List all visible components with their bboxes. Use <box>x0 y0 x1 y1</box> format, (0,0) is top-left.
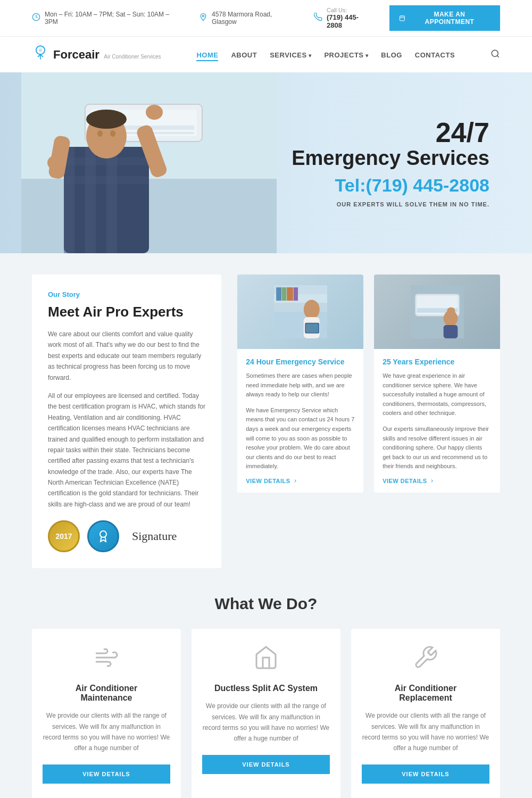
svg-rect-50 <box>447 307 455 323</box>
phone-group: Call Us: (719) 445-2808 <box>327 7 373 29</box>
nav-links: HOME ABOUT SERVICES PROJECTS BLOG CONTAC… <box>196 50 455 60</box>
phone-icon <box>314 13 322 23</box>
services-grid: Air ConditionerMaintenance We provide ou… <box>32 629 500 798</box>
service-text-1: We provide our clients with all the rang… <box>43 710 170 754</box>
clock-icon <box>32 13 40 23</box>
home-icon <box>202 645 330 675</box>
svg-rect-2 <box>400 16 405 21</box>
nav-home-link[interactable]: HOME <box>196 51 218 61</box>
nav-contacts[interactable]: CONTACTS <box>415 50 455 60</box>
service-text-3: We provide our clients with all the rang… <box>362 710 489 754</box>
story-para1: We care about our clients comfort and va… <box>48 329 205 383</box>
svg-rect-22 <box>64 176 149 184</box>
svg-point-9 <box>492 50 498 56</box>
card2-text1: We have great experience in air conditio… <box>383 371 492 418</box>
card2-link[interactable]: VIEW DETAILS <box>383 478 492 484</box>
svg-rect-49 <box>443 325 458 338</box>
nav-about-link[interactable]: ABOUT <box>231 51 257 59</box>
svg-rect-37 <box>282 287 286 301</box>
service-card-2: Ductless Split AC System We provide our … <box>192 629 340 798</box>
nav-home[interactable]: HOME <box>196 50 218 60</box>
service-btn-2[interactable]: VIEW DETAILS <box>202 755 330 774</box>
navbar: Forceair Air Conditioner Services HOME A… <box>0 37 532 72</box>
hero-title: Emergency Services <box>292 146 489 171</box>
nav-contacts-link[interactable]: CONTACTS <box>415 51 455 59</box>
service-card-3: Air ConditionerReplacement We provide ou… <box>351 629 500 798</box>
hero-image <box>21 72 277 253</box>
svg-point-24 <box>86 110 127 129</box>
card2-text2: Our experts simultaneously improve their… <box>383 425 492 471</box>
hero-phone: Tel:(719) 445-2808 <box>292 174 489 195</box>
nav-services-link[interactable]: SERVICES <box>270 51 311 59</box>
svg-rect-39 <box>293 287 297 301</box>
svg-point-7 <box>39 48 42 52</box>
what-heading: What We Do? <box>32 595 500 613</box>
svg-point-26 <box>110 130 115 137</box>
card1-title: 24 Hour Emergency Service <box>246 358 355 366</box>
service-btn-1[interactable]: VIEW DETAILS <box>43 764 170 784</box>
logo: Forceair Air Conditioner Services <box>32 44 161 65</box>
card1-link[interactable]: VIEW DETAILS <box>246 478 355 484</box>
signature: Signature <box>132 529 177 543</box>
story-heading: Meet Air Pro Experts <box>48 304 205 320</box>
svg-rect-21 <box>64 157 149 165</box>
card2-image <box>374 275 500 349</box>
hours-item: Mon – Fri: 10AM – 7PM; Sat – Sun: 10AM –… <box>32 11 183 26</box>
top-bar: Mon – Fri: 10AM – 7PM; Sat – Sun: 10AM –… <box>0 0 532 37</box>
hero-247: 24/7 <box>292 119 489 146</box>
nav-services[interactable]: SERVICES <box>270 50 311 60</box>
phone-number: (719) 445-2808 <box>327 13 373 29</box>
story-left: Our Story Meet Air Pro Experts We care a… <box>32 275 221 568</box>
hero-section: 24/7 Emergency Services Tel:(719) 445-28… <box>0 72 532 253</box>
story-tag: Our Story <box>48 290 205 298</box>
nav-projects-link[interactable]: PROJECTS <box>324 51 368 59</box>
card1-text1: Sometimes there are cases when people ne… <box>246 371 355 400</box>
wrench-icon <box>362 645 489 675</box>
nav-projects[interactable]: PROJECTS <box>324 50 368 60</box>
logo-text: Forceair <box>53 48 99 61</box>
service-title-1: Air ConditionerMaintenance <box>43 684 170 703</box>
story-section: Our Story Meet Air Pro Experts We care a… <box>32 275 500 568</box>
card1-text2: We have Emergency Service which means th… <box>246 406 355 471</box>
pin-icon <box>199 13 207 23</box>
what-section: What We Do? Air ConditionerMaintenance W… <box>32 595 500 798</box>
card1-body: 24 Hour Emergency Service Sometimes ther… <box>237 349 363 493</box>
hero-subtitle: OUR EXPERTS WILL SOLVE THEM IN NO TIME. <box>292 201 489 207</box>
card1-image <box>237 275 363 349</box>
service-card-1: Air ConditionerMaintenance We provide ou… <box>32 629 181 798</box>
main-content: Our Story Meet Air Pro Experts We care a… <box>0 253 532 798</box>
story-para2: All of our employees are licensed and ce… <box>48 390 205 510</box>
award-badge <box>87 520 119 552</box>
svg-rect-36 <box>276 287 281 301</box>
svg-point-30 <box>47 155 64 170</box>
svg-rect-38 <box>287 287 293 301</box>
search-icon[interactable] <box>491 49 500 61</box>
svg-rect-43 <box>306 324 318 333</box>
service-btn-3[interactable]: VIEW DETAILS <box>362 764 489 784</box>
phone-item: Call Us: (719) 445-2808 <box>314 7 373 29</box>
card-experience: 25 Years Experience We have great experi… <box>374 275 500 493</box>
year-badge: 2017 <box>48 520 80 552</box>
card-emergency: 24 Hour Emergency Service Sometimes ther… <box>237 275 363 493</box>
story-badges: 2017 Signature <box>48 520 205 552</box>
hours-text: Mon – Fri: 10AM – 7PM; Sat – Sun: 10AM –… <box>45 11 183 26</box>
service-text-2: We provide our clients with all the rang… <box>202 701 330 744</box>
svg-point-29 <box>146 105 163 120</box>
svg-point-25 <box>97 130 103 137</box>
svg-point-1 <box>202 15 204 16</box>
story-cards: 24 Hour Emergency Service Sometimes ther… <box>237 275 500 493</box>
nav-about[interactable]: ABOUT <box>231 50 257 60</box>
logo-sub: Air Conditioner Services <box>104 54 161 60</box>
appointment-button[interactable]: MAKE AN APPOINTMENT <box>389 5 500 31</box>
svg-point-40 <box>304 300 320 320</box>
svg-point-31 <box>100 531 106 537</box>
address-item: 4578 Marmora Road, Glasgow <box>199 11 298 26</box>
nav-blog-link[interactable]: BLOG <box>381 51 402 59</box>
card2-title: 25 Years Experience <box>383 358 492 366</box>
nav-blog[interactable]: BLOG <box>381 50 402 60</box>
service-title-2: Ductless Split AC System <box>202 684 330 693</box>
service-title-3: Air ConditionerReplacement <box>362 684 489 703</box>
story-right: 24 Hour Emergency Service Sometimes ther… <box>237 275 500 568</box>
logo-icon <box>32 44 49 65</box>
address-text: 4578 Marmora Road, Glasgow <box>212 11 298 26</box>
